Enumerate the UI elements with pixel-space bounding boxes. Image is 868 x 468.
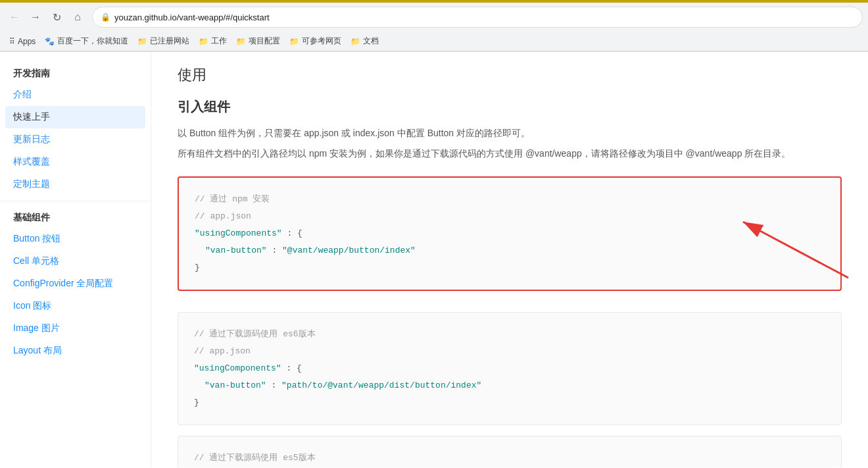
sidebar-item-icon[interactable]: Icon 图标 (0, 295, 151, 317)
sidebar-section-dev: 开发指南 (0, 63, 151, 84)
sidebar-item-layout[interactable]: Layout 布局 (0, 340, 151, 362)
desc1: 以 Button 组件为例，只需要在 app.json 或 index.json… (178, 125, 842, 142)
bookmark-apps[interactable]: ⠿ Apps (5, 35, 39, 48)
section-title: 使用 (178, 65, 842, 85)
apps-grid-icon: ⠿ (9, 37, 15, 46)
main-content: 使用 引入组件 以 Button 组件为例，只需要在 app.json 或 in… (151, 52, 868, 467)
back-button[interactable]: ← (5, 8, 24, 26)
folder-icon-docs: 📁 (350, 37, 360, 46)
sidebar-item-quickstart[interactable]: 快速上手 (5, 106, 145, 128)
sidebar-item-cell[interactable]: Cell 单元格 (0, 250, 151, 273)
folder-icon-project: 📁 (236, 37, 246, 46)
bookmark-project[interactable]: 📁 项目配置 (232, 34, 284, 49)
code2-comment2: // app.json (194, 343, 825, 360)
sidebar-item-theme[interactable]: 定制主题 (0, 173, 151, 195)
sidebar: 开发指南 介绍 快速上手 更新日志 样式覆盖 定制主题 基础组件 Button … (0, 52, 151, 467)
bookmark-register-label: 已注册网站 (150, 36, 189, 47)
code-line-comment2: // app.json (195, 208, 825, 225)
subsection-title: 引入组件 (178, 98, 842, 116)
page-layout: 开发指南 介绍 快速上手 更新日志 样式覆盖 定制主题 基础组件 Button … (0, 52, 868, 467)
bookmark-project-label: 项目配置 (249, 36, 280, 47)
bookmark-baidu-label: 百度一下，你就知道 (57, 36, 128, 47)
code2-inner: "van-button" : "path/to/@vant/weapp/dist… (205, 377, 825, 394)
folder-icon-work: 📁 (199, 37, 208, 46)
apps-label: Apps (18, 37, 36, 46)
sidebar-item-style[interactable]: 样式覆盖 (0, 151, 151, 173)
browser-chrome: ← → ↻ ⌂ 🔒 youzan.github.io/vant-weapp/#/… (0, 0, 868, 52)
forward-button[interactable]: → (26, 8, 45, 26)
url-text: youzan.github.io/vant-weapp/#/quickstart (114, 13, 854, 22)
code2-using: "usingComponents" : { (194, 360, 825, 377)
sidebar-section-basic: 基础组件 (0, 207, 151, 228)
bookmark-docs-label: 文档 (363, 36, 379, 47)
desc2: 所有组件文档中的引入路径均以 npm 安装为例，如果你是通过下载源代码的方式使用… (178, 145, 842, 162)
bookmark-reference-label: 可参考网页 (302, 36, 341, 47)
code2-close: } (194, 394, 825, 411)
sidebar-item-image[interactable]: Image 图片 (0, 317, 151, 340)
reload-button[interactable]: ↻ (47, 8, 66, 26)
sidebar-item-intro[interactable]: 介绍 (0, 84, 151, 106)
sidebar-item-configprovider[interactable]: ConfigProvider 全局配置 (0, 273, 151, 295)
bookmarks-bar: ⠿ Apps 🐾 百度一下，你就知道 📁 已注册网站 📁 工作 📁 项目配置 📁… (0, 32, 868, 51)
code3-comment: // 通过下载源码使用 es5版本 (194, 450, 825, 467)
bookmark-work-label: 工作 (211, 36, 227, 47)
code-line-comment1: // 通过 npm 安装 (195, 191, 825, 208)
code-block-npm: // 通过 npm 安装 // app.json "usingComponent… (178, 176, 842, 291)
home-button[interactable]: ⌂ (68, 8, 87, 26)
nav-buttons: ← → ↻ ⌂ (5, 8, 87, 26)
address-bar[interactable]: 🔒 youzan.github.io/vant-weapp/#/quicksta… (92, 7, 863, 28)
code-block-es5: // 通过下载源码使用 es5版本 (178, 436, 842, 467)
sidebar-item-changelog[interactable]: 更新日志 (0, 128, 151, 151)
lock-icon: 🔒 (101, 13, 110, 22)
code-line-using: "usingComponents" : { (195, 225, 825, 242)
folder-icon-reference: 📁 (289, 37, 299, 46)
sidebar-divider (0, 201, 151, 201)
code-line-close: } (195, 259, 825, 276)
code-block-es6: // 通过下载源码使用 es6版本 // app.json "usingComp… (178, 312, 842, 425)
baidu-icon: 🐾 (45, 37, 55, 46)
bookmark-baidu[interactable]: 🐾 百度一下，你就知道 (41, 34, 132, 49)
sidebar-item-button[interactable]: Button 按钮 (0, 228, 151, 250)
browser-controls: ← → ↻ ⌂ 🔒 youzan.github.io/vant-weapp/#/… (0, 3, 868, 32)
folder-icon: 📁 (137, 37, 147, 46)
code2-comment1: // 通过下载源码使用 es6版本 (194, 326, 825, 343)
code-line-inner: "van-button" : "@vant/weapp/button/index… (205, 242, 825, 259)
bookmark-reference[interactable]: 📁 可参考网页 (285, 34, 345, 49)
bookmark-register[interactable]: 📁 已注册网站 (133, 34, 193, 49)
bookmark-docs[interactable]: 📁 文档 (347, 34, 383, 49)
content-wrapper: 引入组件 以 Button 组件为例，只需要在 app.json 或 index… (178, 98, 842, 467)
bookmark-work[interactable]: 📁 工作 (195, 34, 231, 49)
